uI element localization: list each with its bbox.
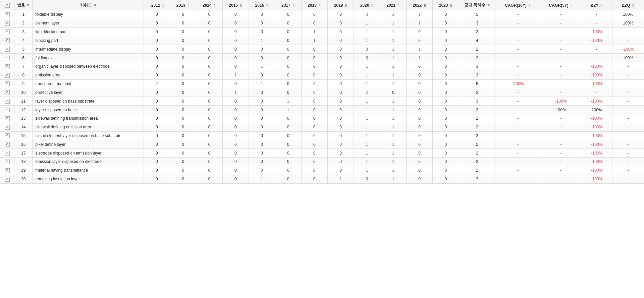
row-y2019: 0	[327, 27, 354, 36]
row-checkbox-icon[interactable]	[5, 177, 10, 182]
row-checkbox-cell[interactable]	[0, 131, 14, 140]
blue-value: 1	[392, 133, 394, 138]
row-checkbox-icon[interactable]	[5, 29, 10, 34]
row-checkbox-cell[interactable]	[0, 71, 14, 79]
blue-value: 1	[366, 133, 368, 138]
row-checkbox-icon[interactable]	[5, 133, 10, 138]
row-checkbox-cell[interactable]	[0, 158, 14, 166]
row-checkbox-cell[interactable]	[0, 106, 14, 114]
row-delta2y: -	[581, 88, 612, 97]
row-checkbox-icon[interactable]	[5, 99, 10, 104]
header-y2012[interactable]: ~2012 ⇅	[144, 0, 170, 10]
row-checkbox-cell[interactable]	[0, 140, 14, 149]
header-y2019[interactable]: 2019 ⇅	[327, 0, 354, 10]
row-checkbox-cell[interactable]	[0, 54, 14, 62]
header-y2015[interactable]: 2015 ⇅	[222, 0, 249, 10]
header-y2017[interactable]: 2017 ⇅	[275, 0, 301, 10]
row-checkbox-icon[interactable]	[5, 81, 10, 86]
row-checkbox-icon[interactable]	[5, 38, 10, 43]
row-checkbox-icon[interactable]	[5, 108, 10, 112]
row-y2014: 0	[196, 10, 222, 19]
row-checkbox-cell[interactable]	[0, 97, 14, 106]
header-y2020[interactable]: 2020 ⇅	[354, 0, 380, 10]
row-y2017: 0	[275, 54, 301, 62]
header-y2023[interactable]: 2023 ⇅	[433, 0, 459, 10]
row-y2020: 1	[354, 114, 380, 123]
row-checkbox-cell[interactable]	[0, 79, 14, 88]
table-row: 9transparent material2000100011005-100%-…	[0, 79, 644, 88]
row-checkbox-icon[interactable]	[5, 47, 10, 52]
header-total[interactable]: 공개 특허수 ⇅	[459, 0, 495, 10]
header-num[interactable]: 번호 ⇅	[14, 0, 33, 10]
row-cagr5: -	[541, 54, 581, 62]
header-delta2q[interactable]: Δ2Q ⇅	[612, 0, 644, 10]
row-y2023: 0	[433, 27, 459, 36]
header-y2022[interactable]: 2022 ⇅	[406, 0, 432, 10]
blue-value: 1	[392, 38, 394, 43]
row-checkbox-cell[interactable]	[0, 62, 14, 71]
header-y2013[interactable]: 2013 ⇅	[170, 0, 196, 10]
row-checkbox-icon[interactable]	[5, 90, 10, 95]
header-cagr5[interactable]: CAGR(5Y) ⇅	[541, 0, 581, 10]
row-checkbox-cell[interactable]	[0, 10, 14, 19]
row-checkbox-icon[interactable]	[5, 125, 10, 130]
row-checkbox-icon[interactable]	[5, 64, 10, 69]
row-y2014: 0	[196, 123, 222, 131]
row-cagr5: -	[541, 62, 581, 71]
header-cagr10[interactable]: CAGR(10Y) ⇅	[495, 0, 541, 10]
row-checkbox-icon[interactable]	[5, 151, 10, 156]
row-checkbox-icon[interactable]	[5, 116, 10, 121]
row-checkbox-cell[interactable]	[0, 88, 14, 97]
header-delta2y[interactable]: Δ2Y ⇅	[581, 0, 612, 10]
header-y2018[interactable]: 2018 ⇅	[301, 0, 327, 10]
row-checkbox-icon[interactable]	[5, 73, 10, 78]
row-cagr5: -	[541, 123, 581, 131]
header-checkbox[interactable]	[0, 0, 14, 10]
row-checkbox-icon[interactable]	[5, 21, 10, 26]
sort-icon-y2014: ⇅	[213, 4, 216, 7]
blue-value: 1	[392, 116, 394, 121]
row-cagr5: -	[541, 175, 581, 183]
row-y2019: 0	[327, 71, 354, 79]
row-cagr5: -	[541, 131, 581, 140]
header-y2014[interactable]: 2014 ⇅	[196, 0, 222, 10]
header-checkbox-icon[interactable]	[5, 3, 10, 8]
blue-value: 1	[261, 38, 263, 43]
row-checkbox-cell[interactable]	[0, 149, 14, 158]
row-y2019: 0	[327, 79, 354, 88]
row-checkbox-cell[interactable]	[0, 114, 14, 123]
header-y2016[interactable]: 2016 ⇅	[249, 0, 275, 10]
row-checkbox-icon[interactable]	[5, 142, 10, 147]
row-delta2q: -	[612, 140, 644, 149]
row-checkbox-cell[interactable]	[0, 36, 14, 45]
header-keyword[interactable]: 키워드 ⇅	[33, 0, 144, 10]
row-checkbox-cell[interactable]	[0, 45, 14, 54]
row-cagr5: -100%	[541, 97, 581, 106]
row-y2022: 0	[406, 114, 432, 123]
row-checkbox-cell[interactable]	[0, 19, 14, 27]
row-checkbox-icon[interactable]	[5, 12, 10, 17]
row-y2012: 2	[144, 79, 170, 88]
row-checkbox-cell[interactable]	[0, 27, 14, 36]
row-y2013: 0	[170, 175, 196, 183]
row-keyword: layer disposed on base substrate	[33, 97, 144, 106]
row-checkbox-cell[interactable]	[0, 123, 14, 131]
sort-icon-y2016: ⇅	[266, 4, 269, 7]
row-cagr10: -	[495, 166, 541, 175]
row-checkbox-cell[interactable]	[0, 175, 14, 183]
blue-value: 2	[156, 81, 158, 86]
blue-value: 1	[261, 81, 263, 86]
row-y2015: 0	[222, 149, 249, 158]
row-checkbox-icon[interactable]	[5, 168, 10, 173]
row-checkbox-cell[interactable]	[0, 166, 14, 175]
row-delta2y: -	[581, 19, 612, 27]
row-checkbox-icon[interactable]	[5, 160, 10, 164]
row-checkbox-icon[interactable]	[5, 56, 10, 60]
header-y2021[interactable]: 2021 ⇅	[380, 0, 406, 10]
row-keyword: electrode disposed on emission layer	[33, 149, 144, 158]
row-y2015: 0	[222, 175, 249, 183]
row-num: 5	[14, 45, 33, 54]
row-keyword: foldable display	[33, 10, 144, 19]
row-y2014: 0	[196, 88, 222, 97]
row-total: 2	[459, 166, 495, 175]
